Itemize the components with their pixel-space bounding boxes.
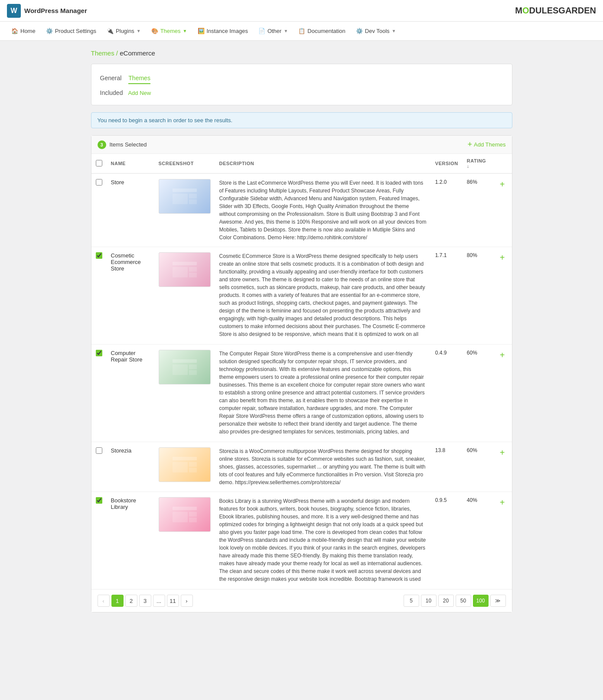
col-header-action xyxy=(493,154,512,173)
row-add-button-bookstore-library[interactable]: + xyxy=(497,497,508,508)
row-description-cell: Store is the Last eCommerce WordPress th… xyxy=(215,173,431,247)
screenshot-computer-repair-store xyxy=(159,350,211,384)
row-add-button-store[interactable]: + xyxy=(497,179,508,189)
topbar: W WordPress Manager MODULESGARDEN xyxy=(0,0,603,22)
svg-rect-14 xyxy=(189,462,197,467)
page-size-50[interactable]: 50 xyxy=(456,595,471,607)
svg-rect-4 xyxy=(173,262,197,265)
page-size-5[interactable]: 5 xyxy=(404,595,419,607)
row-add-button-computer-repair-store[interactable]: + xyxy=(497,350,508,360)
svg-rect-2 xyxy=(189,194,197,199)
nav-home[interactable]: 🏠 Home xyxy=(7,25,40,37)
row-checkbox-bookstore-library[interactable] xyxy=(96,497,102,504)
row-check-cell xyxy=(91,247,107,345)
svg-rect-17 xyxy=(173,512,188,522)
breadcrumb-parent[interactable]: Themes xyxy=(91,49,114,57)
theme-rating-storezia: 60% xyxy=(467,447,477,453)
row-checkbox-storezia[interactable] xyxy=(96,447,102,454)
themes-icon: 🎨 xyxy=(151,28,158,35)
col-header-version: VERSION xyxy=(431,154,463,173)
svg-rect-5 xyxy=(173,267,188,277)
home-icon: 🏠 xyxy=(11,28,18,35)
plus-icon: + xyxy=(468,140,473,149)
col-header-screenshot: SCREENSHOT xyxy=(154,154,215,173)
row-action-cell: + xyxy=(493,247,512,345)
theme-description-store: Store is the Last eCommerce WordPress th… xyxy=(219,179,427,241)
page-size-100[interactable]: 100 xyxy=(473,595,489,607)
row-rating-cell: 80% xyxy=(463,247,493,345)
main-content: Themes / eCommerce General Themes Includ… xyxy=(81,41,523,621)
theme-rating-bookstore-library: 40% xyxy=(467,497,477,503)
theme-version-bookstore-library: 0.9.5 xyxy=(435,497,447,503)
row-version-cell: 13.8 xyxy=(431,442,463,492)
row-name-cell: Bookstore Library xyxy=(107,492,154,589)
nav-documentation[interactable]: 📋 Documentation xyxy=(294,25,349,37)
app-logo: W WordPress Manager xyxy=(7,4,87,18)
table-row: Cosmetic Ecommerce Store Cosmetic EComme… xyxy=(91,247,512,345)
plugins-icon: 🔌 xyxy=(107,28,114,35)
row-checkbox-cosmetic-ecommerce-store[interactable] xyxy=(96,252,102,259)
row-version-cell: 1.7.1 xyxy=(431,247,463,345)
included-row: Included Add New xyxy=(100,89,503,96)
theme-description-cosmetic-ecommerce-store: Cosmetic ECommerce Store is a WordPress … xyxy=(219,252,427,339)
items-selected-text: Items Selected xyxy=(110,141,468,148)
row-screenshot-cell xyxy=(154,345,215,442)
row-action-cell: + xyxy=(493,492,512,589)
page-2-button[interactable]: 2 xyxy=(125,595,137,607)
row-add-button-cosmetic-ecommerce-store[interactable]: + xyxy=(497,252,508,263)
row-rating-cell: 60% xyxy=(463,345,493,442)
nav-plugins[interactable]: 🔌 Plugins ▼ xyxy=(102,25,145,37)
docs-icon: 📋 xyxy=(298,28,305,35)
row-action-cell: + xyxy=(493,345,512,442)
row-description-cell: Storezia is a WooCommerce multipurpose W… xyxy=(215,442,431,492)
prev-page-button[interactable]: ‹ xyxy=(98,595,110,607)
table-row: Store Store is the Last eCommerce WordPr… xyxy=(91,173,512,247)
page-size-20[interactable]: 20 xyxy=(438,595,454,607)
wp-icon: W xyxy=(7,4,21,18)
plugins-arrow: ▼ xyxy=(137,29,141,33)
themes-arrow: ▼ xyxy=(183,29,187,33)
theme-description-bookstore-library: Books Library is a stunning WordPress th… xyxy=(219,497,427,584)
row-name-cell: Storezia xyxy=(107,442,154,492)
row-check-cell xyxy=(91,442,107,492)
nav-other[interactable]: 📄 Other ▼ xyxy=(254,25,292,37)
nav-product-settings[interactable]: ⚙️ Product Settings xyxy=(42,25,101,37)
svg-rect-18 xyxy=(189,512,197,517)
nav-dev-tools[interactable]: ⚙️ Dev Tools ▼ xyxy=(352,25,401,37)
select-all-checkbox[interactable] xyxy=(96,160,102,166)
svg-rect-7 xyxy=(189,273,197,277)
add-new-button[interactable]: Add New xyxy=(128,90,151,96)
svg-rect-1 xyxy=(173,194,188,204)
row-screenshot-cell xyxy=(154,247,215,345)
nav-themes[interactable]: 🎨 Themes ▼ xyxy=(147,25,192,37)
theme-name-bookstore-library: Bookstore Library xyxy=(111,497,137,510)
page-1-button[interactable]: 1 xyxy=(111,595,124,607)
page-3-button[interactable]: 3 xyxy=(139,595,151,607)
included-label: Included xyxy=(100,89,123,96)
theme-version-computer-repair-store: 0.4.9 xyxy=(435,350,447,356)
page-size-10[interactable]: 10 xyxy=(421,595,437,607)
app-title: WordPress Manager xyxy=(24,7,87,14)
row-checkbox-computer-repair-store[interactable] xyxy=(96,350,102,356)
tab-general[interactable]: General xyxy=(100,73,122,84)
theme-rating-cosmetic-ecommerce-store: 80% xyxy=(467,252,477,258)
add-themes-button[interactable]: + Add Themes xyxy=(468,140,506,149)
svg-rect-16 xyxy=(173,507,197,510)
search-alert: You need to begin a search in order to s… xyxy=(91,112,512,128)
page-11-button[interactable]: 11 xyxy=(167,595,179,607)
settings-icon: ⚙️ xyxy=(46,28,53,35)
theme-version-cosmetic-ecommerce-store: 1.7.1 xyxy=(435,252,447,258)
svg-rect-6 xyxy=(189,267,197,272)
row-add-button-storezia[interactable]: + xyxy=(497,447,508,458)
screenshot-store xyxy=(159,179,211,214)
nav-instance-images[interactable]: 🖼️ Instance Images xyxy=(193,25,252,37)
col-header-name: NAME xyxy=(107,154,154,173)
page-size-max[interactable]: ≫ xyxy=(490,595,506,607)
table-row: Storezia Storezia is a WooCommerce multi… xyxy=(91,442,512,492)
next-page-button[interactable]: › xyxy=(181,595,193,607)
row-checkbox-store[interactable] xyxy=(96,179,102,186)
tab-themes[interactable]: Themes xyxy=(128,73,150,84)
table-row: Bookstore Library Books Library is a stu… xyxy=(91,492,512,589)
row-check-cell xyxy=(91,345,107,442)
col-header-rating[interactable]: RATING ↓ xyxy=(463,154,493,173)
